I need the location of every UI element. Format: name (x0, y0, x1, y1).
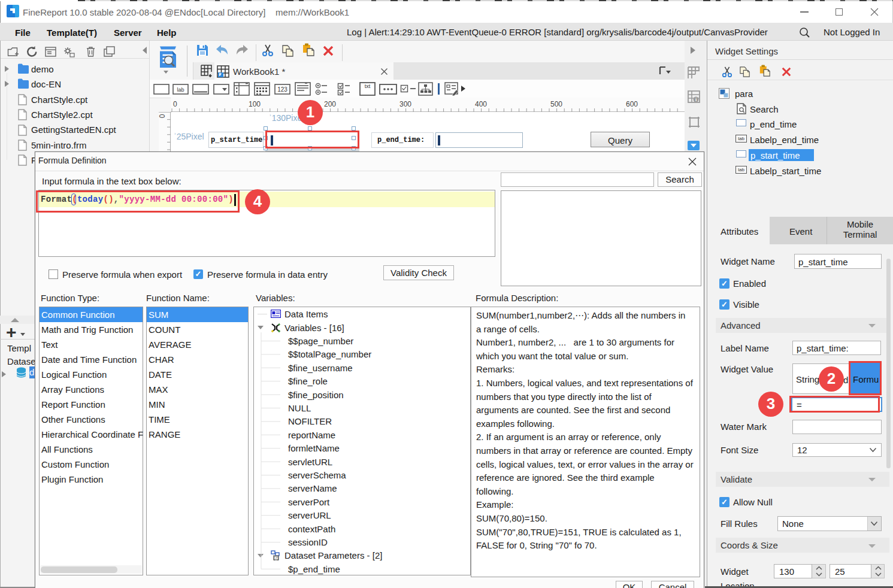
svg-text:123: 123 (277, 86, 287, 93)
svg-text:txt: txt (365, 83, 371, 89)
svg-text:lab: lab (177, 87, 184, 93)
